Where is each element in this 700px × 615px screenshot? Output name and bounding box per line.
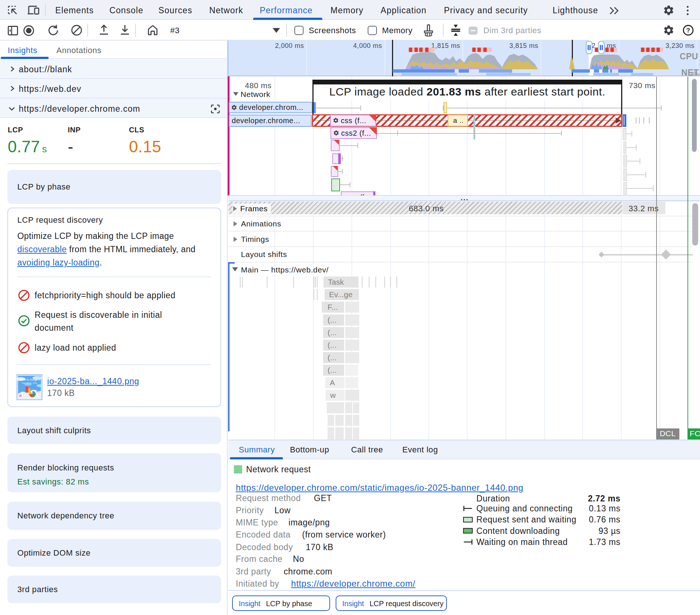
svg-text:une in to Google I/: une in to Google I/ (19, 378, 40, 381)
svg-text:May 20-21, 2025: May 20-21, 2025 (22, 382, 37, 384)
svg-text:?: ? (686, 27, 690, 34)
